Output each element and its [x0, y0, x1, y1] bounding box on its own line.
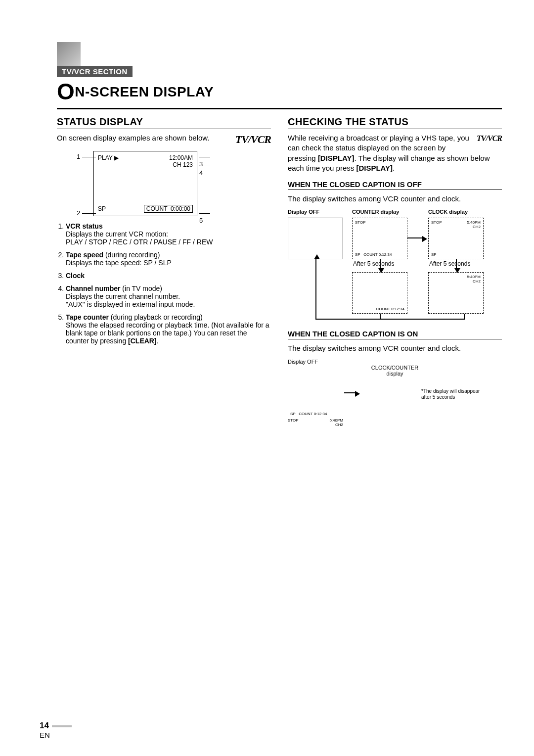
feature-list: VCR statusDisplays the current VCR motio… [57, 222, 271, 345]
loop-h [315, 319, 464, 320]
box-clock: STOP 5:40PMCH2 SP [428, 218, 484, 259]
arrow-down-2 [456, 259, 457, 268]
checking-status-heading: CHECKING THE STATUS [288, 116, 502, 128]
lbl-clockcounter: CLOCK/COUNTER display [288, 365, 502, 377]
osd-count-value: 0:00:00 [171, 205, 190, 212]
columns: STATUS DISPLAY On screen display example… [57, 116, 502, 418]
box-counter: STOP SP COUNT 0:12:34 [352, 218, 407, 259]
sub-rule-2 [288, 339, 502, 339]
page-footer: 14 EN [40, 721, 72, 739]
right-column: CHECKING THE STATUS While receiving a br… [288, 116, 502, 418]
osd-play: PLAY [98, 154, 113, 161]
callout-4: 4 [199, 162, 215, 177]
after5-1: After 5 seconds [353, 260, 394, 267]
loop-v [315, 259, 316, 319]
tv-vcr-logo: TV/VCR [235, 133, 271, 146]
heading-rule-2 [288, 129, 502, 129]
title-rest: N-SCREEN DISPLAY [75, 84, 214, 99]
sub-rule-1 [288, 189, 502, 190]
title-initial: O [57, 78, 75, 105]
feature-item-2: Tape speed (during recording)Displays th… [66, 251, 271, 267]
osd-diagram: PLAY ▶ 12:00AM CH 123 SP COUNT 0:00:00 1… [77, 151, 215, 216]
lbl-counter: COUNTER display [352, 209, 399, 215]
feature-item-4: Channel number (in TV mode)Displays the … [66, 284, 271, 308]
lbl-clock: CLOCK display [428, 209, 468, 215]
page-number: 14 [40, 721, 49, 730]
page-title: ON-SCREEN DISPLAY [57, 78, 502, 105]
page-lang: EN [40, 731, 50, 739]
checking-intro: While receiving a broadcast or playing a… [288, 133, 502, 173]
arrow-right-2 [344, 392, 355, 393]
feature-item-3: Clock [66, 272, 271, 280]
box-display-off [288, 218, 343, 259]
callout-5: 5 [199, 209, 215, 224]
status-display-heading: STATUS DISPLAY [57, 116, 271, 128]
cc-off-body: The display switches among VCR counter a… [288, 194, 502, 204]
decorative-corner [57, 42, 81, 66]
lbl-display-off: Display OFF [288, 209, 319, 215]
flow-cc-on: Display OFF CLOCK/COUNTER display STOP 5… [288, 359, 502, 418]
osd-screen: PLAY ▶ 12:00AM CH 123 SP COUNT 0:00:00 [93, 151, 197, 216]
disappear-note: *The display will disappear after 5 seco… [421, 388, 490, 400]
loop-join2 [380, 314, 381, 320]
play-icon: ▶ [114, 154, 119, 161]
callout-1: 1 [77, 153, 96, 160]
arrow-down-1 [380, 259, 381, 268]
osd-count-box: COUNT 0:00:00 [144, 205, 193, 213]
after5-2: After 5 seconds [429, 260, 470, 267]
feature-item-1: VCR statusDisplays the current VCR motio… [66, 222, 271, 246]
footer-bar [52, 725, 72, 727]
lbl-display-off-2: Display OFF [288, 359, 502, 365]
arrow-right-1 [407, 237, 422, 238]
box-clock-2: 5:40PMCH2 [428, 272, 484, 314]
intro-row: On screen display examples are shown bel… [57, 133, 271, 146]
osd-time: 12:00AM [169, 154, 193, 161]
title-rule [57, 108, 502, 109]
callout-2: 2 [77, 209, 96, 217]
status-intro: On screen display examples are shown bel… [57, 133, 230, 143]
cc-on-body: The display switches among VCR counter a… [288, 343, 502, 353]
manual-page: TV/VCR SECTION ON-SCREEN DISPLAY STATUS … [0, 0, 534, 756]
osd-sp: SP [98, 205, 106, 212]
osd-count-label: COUNT [146, 205, 167, 212]
box-counter-2: COUNT 0:12:34 [352, 272, 407, 314]
feature-item-5: Tape counter (during playback or recordi… [66, 313, 271, 345]
box-clockcounter: STOP 5:40PMCH2 SP COUNT 0:12:34 [288, 418, 343, 460]
heading-rule [57, 129, 271, 129]
cc-off-heading: WHEN THE CLOSED CAPTION IS OFF [288, 180, 502, 189]
loop-join [464, 314, 465, 320]
left-column: STATUS DISPLAY On screen display example… [57, 116, 271, 418]
flow-cc-off: Display OFF COUNTER display CLOCK displa… [288, 209, 502, 323]
cc-on-heading: WHEN THE CLOSED CAPTION IS ON [288, 330, 502, 338]
section-tag: TV/VCR SECTION [57, 66, 133, 77]
osd-channel: CH 123 [98, 161, 193, 168]
arrow-up-loop [315, 259, 316, 260]
tv-vcr-logo-inline: TV/VCR [477, 133, 502, 144]
